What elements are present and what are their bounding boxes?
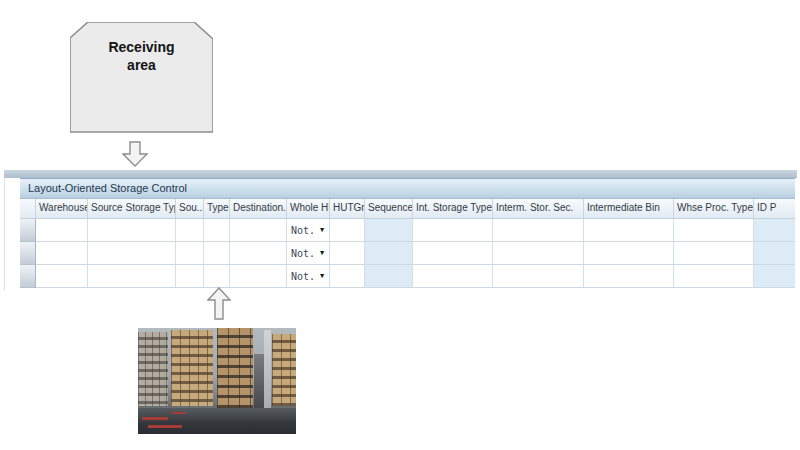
dropdown-icon[interactable]: ▼ bbox=[320, 226, 324, 234]
cell-whse-proc-type[interactable] bbox=[674, 242, 754, 265]
header-selector[interactable] bbox=[20, 199, 36, 218]
cell-int-storage-type[interactable] bbox=[413, 219, 493, 242]
cell-whole-hu-dropdown[interactable]: Not. ▼ bbox=[287, 219, 330, 242]
cell-warehouse[interactable] bbox=[36, 242, 88, 265]
header-id-p[interactable]: ID P bbox=[754, 199, 795, 218]
cell-destination[interactable] bbox=[230, 265, 287, 288]
photo-red-accent bbox=[142, 417, 168, 420]
cell-intermediate-bin[interactable] bbox=[584, 242, 674, 265]
header-int-storage-type[interactable]: Int. Storage Type bbox=[413, 199, 493, 218]
whole-hu-value: Not. bbox=[291, 225, 315, 236]
photo-rack-mid-left bbox=[171, 330, 213, 406]
table-row: Not. ▼ bbox=[20, 219, 795, 242]
photo-rack-right bbox=[272, 334, 296, 406]
row-selector[interactable] bbox=[20, 265, 36, 288]
dropdown-icon[interactable]: ▼ bbox=[320, 249, 324, 257]
cell-id-p[interactable] bbox=[754, 265, 795, 288]
flow-down-arrow-icon bbox=[122, 141, 149, 167]
header-sequence[interactable]: Sequence... bbox=[365, 199, 413, 218]
whole-hu-value: Not. bbox=[291, 248, 315, 259]
photo-red-accent bbox=[148, 425, 182, 428]
flow-up-arrow-icon bbox=[207, 287, 232, 320]
photo-floor bbox=[138, 408, 296, 434]
cell-interm-stor-sec[interactable] bbox=[493, 265, 584, 288]
header-warehouse[interactable]: Warehouse... bbox=[36, 199, 88, 218]
cell-whse-proc-type[interactable] bbox=[674, 219, 754, 242]
header-intermediate-bin[interactable]: Intermediate Bin bbox=[584, 199, 674, 218]
header-source-storage-type[interactable]: Source Storage Type bbox=[88, 199, 176, 218]
cell-warehouse[interactable] bbox=[36, 219, 88, 242]
dropdown-icon[interactable]: ▼ bbox=[320, 272, 324, 280]
slide-canvas: Receiving area Layout-Oriented Storage C… bbox=[0, 0, 800, 450]
layout-storage-control-table: Layout-Oriented Storage Control Warehous… bbox=[20, 178, 795, 288]
cell-destination[interactable] bbox=[230, 242, 287, 265]
receiving-area-label: Receiving area bbox=[101, 38, 182, 74]
table-header-row: Warehouse... Source Storage Type Sou... … bbox=[20, 199, 795, 219]
cell-source-storage-type[interactable] bbox=[88, 265, 176, 288]
header-destination[interactable]: Destination... bbox=[230, 199, 287, 218]
cell-interm-stor-sec[interactable] bbox=[493, 242, 584, 265]
cell-type[interactable] bbox=[204, 219, 230, 242]
row-selector[interactable] bbox=[20, 219, 36, 242]
photo-rack-center bbox=[217, 328, 253, 412]
table-row: Not. ▼ bbox=[20, 265, 795, 288]
panel-left-edge bbox=[4, 178, 5, 290]
cell-source-storage-type[interactable] bbox=[88, 242, 176, 265]
header-type[interactable]: Type bbox=[204, 199, 230, 218]
cell-warehouse[interactable] bbox=[36, 265, 88, 288]
header-interm-stor-sec[interactable]: Interm. Stor. Sec. bbox=[493, 199, 584, 218]
cell-sou[interactable] bbox=[176, 265, 204, 288]
cell-sou[interactable] bbox=[176, 219, 204, 242]
toolbar-strip bbox=[4, 170, 797, 178]
cell-whole-hu-dropdown[interactable]: Not. ▼ bbox=[287, 265, 330, 288]
cell-id-p[interactable] bbox=[754, 242, 795, 265]
cell-type[interactable] bbox=[204, 242, 230, 265]
header-hutgr[interactable]: HUTGr bbox=[330, 199, 365, 218]
cell-sequence[interactable] bbox=[365, 219, 413, 242]
table-title: Layout-Oriented Storage Control bbox=[20, 178, 795, 199]
cell-interm-stor-sec[interactable] bbox=[493, 219, 584, 242]
warehouse-photo bbox=[138, 328, 296, 434]
table-row: Not. ▼ bbox=[20, 242, 795, 265]
cell-sou[interactable] bbox=[176, 242, 204, 265]
cell-int-storage-type[interactable] bbox=[413, 242, 493, 265]
cell-intermediate-bin[interactable] bbox=[584, 219, 674, 242]
cell-intermediate-bin[interactable] bbox=[584, 265, 674, 288]
cell-type[interactable] bbox=[204, 265, 230, 288]
cell-sequence[interactable] bbox=[365, 265, 413, 288]
header-whole-hu[interactable]: Whole HU bbox=[287, 199, 330, 218]
cell-id-p[interactable] bbox=[754, 219, 795, 242]
cell-hutgr[interactable] bbox=[330, 242, 365, 265]
photo-rack-left bbox=[138, 332, 168, 406]
cell-hutgr[interactable] bbox=[330, 219, 365, 242]
whole-hu-value: Not. bbox=[291, 271, 315, 282]
photo-red-accent bbox=[172, 412, 186, 414]
cell-int-storage-type[interactable] bbox=[413, 265, 493, 288]
cell-hutgr[interactable] bbox=[330, 265, 365, 288]
header-sou[interactable]: Sou... bbox=[176, 199, 204, 218]
row-selector[interactable] bbox=[20, 242, 36, 265]
header-whse-proc-type[interactable]: Whse Proc. Type bbox=[674, 199, 754, 218]
cell-destination[interactable] bbox=[230, 219, 287, 242]
cell-sequence[interactable] bbox=[365, 242, 413, 265]
cell-source-storage-type[interactable] bbox=[88, 219, 176, 242]
cell-whse-proc-type[interactable] bbox=[674, 265, 754, 288]
cell-whole-hu-dropdown[interactable]: Not. ▼ bbox=[287, 242, 330, 265]
